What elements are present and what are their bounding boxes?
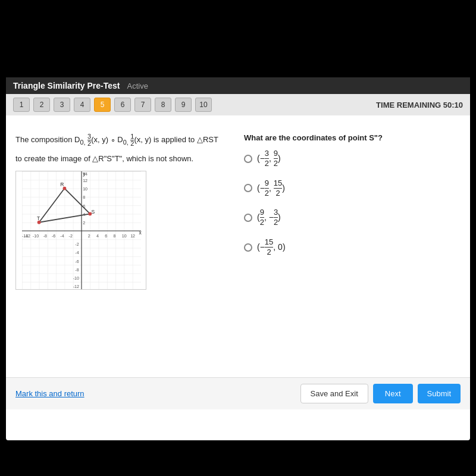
save-exit-button[interactable]: Save and Exit [300, 384, 368, 403]
nav-btn-3[interactable]: 3 [54, 98, 70, 112]
coordinate-graph: x y 2 4 6 8 10 12 -2 -4 -6 -8 -10 [15, 171, 146, 290]
svg-text:-4: -4 [75, 250, 79, 255]
right-panel: What are the coordinates of point S"? (−… [244, 133, 461, 400]
radio-2[interactable] [244, 184, 252, 192]
svg-text:-8: -8 [43, 233, 47, 238]
svg-text:12: 12 [83, 178, 87, 183]
svg-text:-4: -4 [60, 233, 64, 238]
svg-text:2: 2 [83, 221, 85, 226]
nav-btn-8[interactable]: 8 [155, 98, 171, 112]
answer-option-4[interactable]: (−152, 0) [244, 238, 461, 257]
nav-btn-1[interactable]: 1 [13, 98, 30, 112]
svg-text:S: S [91, 209, 95, 215]
submit-button[interactable]: Submit [418, 384, 461, 403]
answer-option-3[interactable]: (92, −32) [244, 208, 461, 227]
time-remaining: TIME REMAINING 50:10 [376, 101, 463, 109]
svg-text:-10: -10 [73, 276, 79, 281]
svg-text:8: 8 [83, 195, 85, 200]
nav-btn-2[interactable]: 2 [33, 98, 50, 112]
answer-text-3: (92, −32) [257, 208, 281, 227]
svg-text:-8: -8 [75, 267, 79, 272]
svg-text:-10: -10 [33, 233, 39, 238]
nav-btn-4[interactable]: 4 [74, 98, 90, 112]
svg-text:-2: -2 [69, 233, 73, 238]
radio-4[interactable] [244, 243, 252, 252]
answer-option-1[interactable]: (−32, 92) [244, 149, 461, 168]
svg-text:-2: -2 [75, 242, 79, 247]
answer-option-2[interactable]: (−92, 152) [244, 179, 461, 198]
svg-text:-6: -6 [75, 259, 79, 264]
svg-text:6: 6 [105, 233, 107, 238]
radio-1[interactable] [244, 155, 252, 163]
mark-return-link[interactable]: Mark this and return [15, 389, 84, 398]
graph-svg: x y 2 4 6 8 10 12 -2 -4 -6 -8 -10 [16, 171, 146, 290]
footer-buttons: Save and Exit Next Submit [300, 384, 461, 403]
answer-text-2: (−92, 152) [257, 179, 285, 198]
time-value: 50:10 [443, 101, 463, 109]
nav-btn-10[interactable]: 10 [195, 98, 212, 112]
svg-text:2: 2 [88, 233, 90, 238]
svg-text:-14: -14 [22, 233, 28, 238]
footer: Mark this and return Save and Exit Next … [6, 377, 470, 409]
svg-text:-12: -12 [73, 284, 79, 289]
question-text: The composition D0, 32(x, y) ∘ D0, 12(x,… [15, 133, 232, 147]
nav-btn-5[interactable]: 5 [94, 98, 111, 112]
svg-text:T: T [37, 215, 40, 221]
main-content: The composition D0, 32(x, y) ∘ D0, 12(x,… [6, 124, 470, 409]
svg-text:R: R [60, 181, 64, 187]
content-area: The composition D0, 32(x, y) ∘ D0, 12(x,… [6, 124, 470, 409]
left-panel: The composition D0, 32(x, y) ∘ D0, 12(x,… [15, 133, 232, 400]
page-title: Triangle Similarity Pre-Test [13, 81, 120, 90]
svg-text:x: x [139, 229, 142, 235]
question-line2: to create the image of △R"S"T", which is… [15, 153, 232, 165]
header-bar: Triangle Similarity Pre-Test Active [6, 77, 470, 94]
svg-text:-6: -6 [52, 233, 55, 238]
svg-text:14: 14 [83, 172, 87, 177]
nav-btn-9[interactable]: 9 [175, 98, 192, 112]
svg-text:12: 12 [130, 233, 135, 238]
svg-text:4: 4 [96, 233, 99, 238]
nav-bar: 1 2 3 4 5 6 7 8 9 10 TIME REMAINING 50:1… [6, 94, 470, 115]
nav-btn-6[interactable]: 6 [114, 98, 131, 112]
svg-text:8: 8 [114, 233, 116, 238]
radio-3[interactable] [244, 214, 252, 222]
svg-text:10: 10 [83, 187, 87, 192]
answer-text-4: (−152, 0) [257, 238, 286, 257]
nav-btn-7[interactable]: 7 [134, 98, 151, 112]
answer-text-1: (−32, 92) [257, 149, 281, 168]
answer-title: What are the coordinates of point S"? [244, 133, 461, 142]
status-badge: Active [127, 82, 148, 90]
svg-text:10: 10 [122, 233, 127, 238]
next-button[interactable]: Next [373, 384, 413, 403]
